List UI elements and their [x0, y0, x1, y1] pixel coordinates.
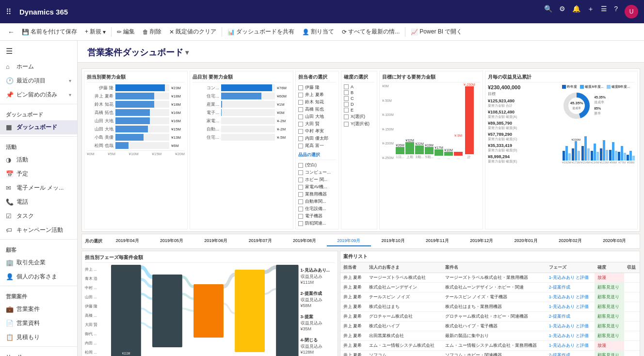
sidebar-item-dashboard[interactable]: ▦ ダッシュボード	[0, 120, 77, 134]
sidebar-item-task[interactable]: ☑ タスク	[0, 209, 77, 223]
checkbox[interactable]	[298, 129, 303, 134]
checkbox-item[interactable]: 電子機器	[298, 213, 336, 219]
checkbox-item[interactable]: E	[344, 108, 374, 113]
month-item[interactable]: 2019年04月	[105, 236, 149, 246]
sidebar-item-phone[interactable]: 📞 電話	[0, 195, 77, 209]
bell-icon[interactable]: 🔔	[572, 5, 580, 18]
checkbox[interactable]	[298, 93, 303, 97]
table-row[interactable]: 井上 夏希株式会社ハイブ株式会社ハイブ・電子機器1-見込みあり と評価顧客見送り	[340, 322, 640, 331]
table-scroll[interactable]: 担当者法人のお客さま案件名フェーズ確度収益 井上 夏希マージーズトラベル株式会社…	[340, 262, 640, 356]
month-item[interactable]: 2019年05月	[149, 236, 193, 246]
table-row[interactable]: 井上 夏希テールスピン ノイズテールスピン ノイズ・電子機器1-見込みあり と評…	[340, 292, 640, 302]
checkbox[interactable]	[344, 102, 349, 107]
checkbox[interactable]	[298, 178, 303, 182]
checkbox[interactable]	[344, 122, 349, 127]
checkbox[interactable]	[298, 163, 303, 168]
month-item[interactable]: 2019年09月	[327, 236, 371, 246]
sidebar-item-schedule[interactable]: 📅 予定	[0, 167, 77, 181]
checkbox-item[interactable]: 尾高 富一	[298, 143, 336, 149]
table-row[interactable]: 井上 夏希エム・ユー情報システム株式会社エム・ユー情報システム株式会社・業務用機…	[340, 341, 640, 351]
checkbox[interactable]	[298, 199, 303, 204]
checkbox[interactable]	[298, 144, 303, 148]
checkbox-item[interactable]: Y(選択省)	[344, 121, 374, 127]
checkbox-item[interactable]: 家電AV機...	[298, 184, 336, 190]
table-row[interactable]: 井上 夏希出田黒業株式会社最新の製品に集中おり1-見込みあり と評価顧客見送り	[340, 331, 640, 341]
checkbox-item[interactable]: 防犯関連...	[298, 220, 336, 227]
search-icon[interactable]: 🔍	[544, 5, 552, 18]
checkbox-item[interactable]: 業務用機器	[298, 191, 336, 197]
sidebar-item-activities[interactable]: ◑ 活動	[0, 153, 77, 167]
powerbi-button[interactable]: 📈 Power BI で開く	[407, 26, 466, 37]
table-row[interactable]: 井上 夏希マージーズトラベル株式会社マージーズトラベル株式会社・業務用機器1-見…	[340, 273, 640, 283]
checkbox[interactable]	[298, 221, 303, 226]
checkbox[interactable]	[298, 185, 303, 190]
checkbox[interactable]	[298, 214, 303, 219]
checkbox-item[interactable]: 井上 夏希	[298, 92, 336, 98]
checkbox-item[interactable]: (空白)	[298, 162, 336, 168]
table-row[interactable]: 井上 夏希グロチャーム株式会社グロチャーム株式会社・ホビー・関連機器2-提案作成…	[340, 312, 640, 322]
waffle-icon[interactable]: ⠿	[6, 7, 12, 16]
checkbox-item[interactable]: 高橋 拓也	[298, 106, 336, 113]
table-row[interactable]: 井上 夏希株式会社はまち株式会社はまち・業務用機器1-見込みあり と評価顧客見送…	[340, 302, 640, 312]
table-row[interactable]: 井上 夏希株式会社ムーンデザイン株式会社ムーンデザイン・ホビー・関連2-提案作成…	[340, 283, 640, 292]
checkbox-item[interactable]: 伊藤 隆	[298, 84, 336, 91]
sidebar-item-email[interactable]: ✉ 電子メール メッ...	[0, 181, 77, 195]
checkbox[interactable]	[298, 170, 303, 175]
checkbox[interactable]	[298, 85, 303, 90]
save-button[interactable]: 💾 名前を付けて保存	[18, 26, 80, 37]
month-item[interactable]: 2020年03月	[593, 236, 637, 246]
checkbox-item[interactable]: 自動車関...	[298, 198, 336, 205]
checkbox[interactable]	[298, 114, 303, 119]
checkbox-item[interactable]: X(選択)	[344, 113, 374, 120]
sidebar-item-accounts[interactable]: 🏢 取引先企業	[0, 256, 77, 270]
checkbox[interactable]	[298, 122, 303, 127]
checkbox-item[interactable]: 大田 賢	[298, 121, 336, 127]
sidebar-toggle[interactable]: ☰	[0, 43, 77, 60]
checkbox[interactable]	[298, 207, 303, 211]
month-item[interactable]: 2019年12月	[460, 236, 504, 246]
refresh-button[interactable]: ⟳ すべてを最新の情...	[338, 26, 403, 37]
checkbox-item[interactable]: 山田 大地	[298, 113, 336, 120]
checkbox[interactable]	[298, 107, 303, 112]
checkbox-item[interactable]: 中村 孝実	[298, 128, 336, 134]
sidebar-item-campaign-activity[interactable]: 🏷 キャンペーン活動	[0, 223, 77, 237]
checkbox-item[interactable]: B	[344, 90, 374, 95]
edit-button[interactable]: ✏ 編集	[113, 26, 138, 37]
checkbox-item[interactable]: 住宅設備...	[298, 206, 336, 212]
help-icon[interactable]: ?	[614, 5, 618, 18]
month-item[interactable]: 2019年10月	[371, 236, 415, 246]
checkbox[interactable]	[298, 100, 303, 105]
new-button[interactable]: + 新規 ▾	[81, 26, 109, 37]
sidebar-item-opportunities[interactable]: 💼 営業案件	[0, 302, 77, 316]
checkbox[interactable]	[298, 136, 303, 141]
chevron-down-icon[interactable]: ▾	[185, 49, 189, 56]
avatar[interactable]: U	[625, 5, 638, 18]
month-item[interactable]: 2019年07月	[238, 236, 282, 246]
delete-button[interactable]: 🗑 削除	[139, 26, 165, 37]
sidebar-item-contacts[interactable]: 👤 個人のお客さま	[0, 270, 77, 284]
checkbox-item[interactable]: コンピュー...	[298, 169, 336, 176]
month-item[interactable]: 2019年08月	[282, 236, 326, 246]
checkbox[interactable]	[344, 84, 349, 89]
sidebar-item-quotes[interactable]: 📋 見積もり	[0, 330, 77, 344]
back-button[interactable]: ←	[5, 27, 17, 37]
checkbox[interactable]	[344, 90, 349, 95]
checkbox-item[interactable]: A	[344, 84, 374, 89]
share-button[interactable]: 📊 ダッシュボードを共有	[224, 26, 298, 37]
checkbox-item[interactable]: D	[344, 102, 374, 107]
filter-icon[interactable]: ☰	[601, 5, 607, 18]
table-row[interactable]: 井上 夏希ソフコムソフコム・ホビー・関連機器2-提案作成顧客見送り	[340, 351, 640, 356]
month-item[interactable]: 2020年02月	[548, 236, 592, 246]
sidebar-item-sales-lit[interactable]: 📄 営業資料	[0, 316, 77, 330]
checkbox[interactable]	[344, 114, 349, 119]
sidebar-item-home[interactable]: ⌂ ホーム	[0, 60, 77, 74]
checkbox-item[interactable]: ホビー 関...	[298, 177, 336, 183]
sidebar-item-recent[interactable]: 🕐 最近の項目 ▾	[0, 74, 77, 88]
settings-icon[interactable]: ⚙	[559, 5, 565, 18]
month-item[interactable]: 2019年11月	[415, 236, 459, 246]
clear-button[interactable]: ✕ 既定値のクリア	[166, 26, 220, 37]
checkbox-item[interactable]: 内田 優太郎	[298, 135, 336, 142]
month-item[interactable]: 2019年06月	[194, 236, 238, 246]
plus-icon[interactable]: ＋	[587, 5, 594, 18]
checkbox-item[interactable]: C	[344, 96, 374, 101]
